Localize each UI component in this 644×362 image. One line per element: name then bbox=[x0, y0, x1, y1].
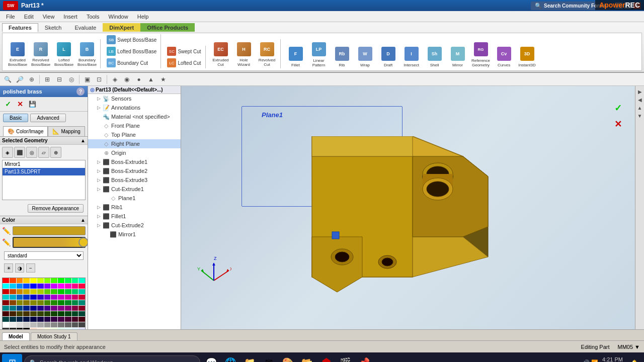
menu-view[interactable]: View bbox=[39, 13, 59, 21]
help-button[interactable]: ? bbox=[76, 87, 85, 96]
palette-cell-119[interactable] bbox=[78, 328, 85, 329]
palette-cell-103[interactable] bbox=[51, 322, 57, 327]
palette-cell-56[interactable] bbox=[58, 300, 64, 305]
color-swatch-1[interactable] bbox=[13, 226, 86, 235]
remove-appearance-btn[interactable]: Remove Appearance bbox=[28, 204, 84, 213]
palette-cell-34[interactable] bbox=[72, 289, 78, 294]
palette-cell-50[interactable] bbox=[17, 300, 23, 305]
tree-mirror1[interactable]: ⬛ Mirror1 bbox=[88, 230, 181, 239]
palette-cell-63[interactable] bbox=[23, 306, 30, 311]
palette-cell-18[interactable] bbox=[44, 284, 51, 289]
geometry-type-2[interactable]: ⬛ bbox=[14, 147, 25, 158]
geometry-type-3[interactable]: ◎ bbox=[26, 147, 37, 158]
palette-cell-74[interactable] bbox=[17, 311, 23, 316]
palette-cell-88[interactable] bbox=[30, 317, 37, 322]
tab-features[interactable]: Features bbox=[2, 23, 38, 32]
palette-cell-78[interactable] bbox=[44, 311, 51, 316]
viewport-confirm-btn[interactable]: ✓ bbox=[611, 101, 625, 115]
taskbar-app-cortana[interactable]: 💬 bbox=[202, 354, 220, 362]
palette-cell-83[interactable] bbox=[78, 311, 85, 316]
color-section-header[interactable]: Color ▲ bbox=[0, 216, 88, 224]
taskbar-app-solidworks[interactable]: ⬟ bbox=[317, 354, 335, 362]
taskbar-app-mail[interactable]: ✉ bbox=[260, 354, 278, 362]
palette-cell-28[interactable] bbox=[30, 289, 37, 294]
palette-cell-0[interactable] bbox=[3, 278, 9, 283]
reference-geometry-btn[interactable]: RG ReferenceGeometry bbox=[470, 40, 492, 68]
menu-file[interactable]: File bbox=[2, 13, 19, 21]
palette-cell-101[interactable] bbox=[37, 322, 44, 327]
geometry-item-part[interactable]: Part13.SLDPRT bbox=[3, 168, 85, 175]
shell-btn[interactable]: Sh Shell bbox=[424, 42, 446, 68]
palette-cell-19[interactable] bbox=[51, 284, 57, 289]
palette-cell-13[interactable] bbox=[10, 284, 16, 289]
palette-cell-61[interactable] bbox=[10, 306, 16, 311]
palette-cell-84[interactable] bbox=[3, 317, 9, 322]
palette-cell-111[interactable] bbox=[23, 328, 30, 329]
mapping-tab[interactable]: 📐 Mapping bbox=[48, 126, 85, 136]
selected-geometry-header[interactable]: Selected Geometry ▲ bbox=[0, 137, 88, 145]
palette-cell-12[interactable] bbox=[3, 284, 9, 289]
palette-cell-99[interactable] bbox=[23, 322, 30, 327]
tree-top-plane[interactable]: ◇ Top Plane bbox=[88, 130, 181, 139]
palette-cell-27[interactable] bbox=[23, 289, 30, 294]
palette-cell-100[interactable] bbox=[30, 322, 37, 327]
tree-boss-extrude3[interactable]: ▷ ⬛ Boss-Extrude3 bbox=[88, 175, 181, 185]
view-orientation-btn[interactable]: ▣ bbox=[82, 74, 93, 85]
palette-cell-11[interactable] bbox=[78, 278, 85, 283]
tree-fillet1[interactable]: ▷ ⬛ Fillet1 bbox=[88, 212, 181, 221]
curves-btn[interactable]: Cv Curves bbox=[493, 42, 515, 68]
revolved-boss-btn[interactable]: R RevolvedBoss/Base bbox=[30, 40, 52, 68]
palette-cell-53[interactable] bbox=[37, 300, 44, 305]
tree-rib1[interactable]: ▷ ⬛ Rib1 bbox=[88, 203, 181, 212]
palette-cell-109[interactable] bbox=[10, 328, 16, 329]
palette-cell-66[interactable] bbox=[44, 306, 51, 311]
save-appearance-btn[interactable]: 💾 bbox=[27, 99, 37, 109]
palette-cell-29[interactable] bbox=[37, 289, 44, 294]
palette-cell-91[interactable] bbox=[51, 317, 57, 322]
right-panel-btn-1[interactable]: ▶ bbox=[636, 88, 643, 95]
palette-cell-22[interactable] bbox=[72, 284, 78, 289]
eyedropper-2-icon[interactable]: ✏️ bbox=[2, 238, 11, 246]
lofted-cut-btn[interactable]: LC Lofted Cut bbox=[165, 57, 203, 68]
revolved-cut-btn[interactable]: RC RevolvedCut bbox=[256, 40, 278, 68]
tree-front-plane[interactable]: ◇ Front Plane bbox=[88, 121, 181, 130]
palette-cell-57[interactable] bbox=[65, 300, 71, 305]
palette-cell-94[interactable] bbox=[72, 317, 78, 322]
palette-cell-42[interactable] bbox=[44, 295, 51, 300]
palette-cell-62[interactable] bbox=[17, 306, 23, 311]
color-cursor[interactable] bbox=[78, 237, 88, 247]
menu-insert[interactable]: Insert bbox=[59, 13, 82, 21]
palette-cell-15[interactable] bbox=[23, 284, 30, 289]
palette-cell-20[interactable] bbox=[58, 284, 64, 289]
palette-cell-110[interactable] bbox=[17, 328, 23, 329]
palette-cell-95[interactable] bbox=[78, 317, 85, 322]
palette-cell-114[interactable] bbox=[44, 328, 51, 329]
minus-btn[interactable]: − bbox=[26, 263, 35, 273]
palette-cell-51[interactable] bbox=[23, 300, 30, 305]
palette-cell-85[interactable] bbox=[10, 317, 16, 322]
tree-right-plane[interactable]: ◇ Right Plane bbox=[88, 139, 181, 148]
palette-cell-64[interactable] bbox=[30, 306, 37, 311]
zoom-in-btn[interactable]: 🔎 bbox=[14, 74, 25, 85]
palette-cell-80[interactable] bbox=[58, 311, 64, 316]
section-view-btn[interactable]: ◎ bbox=[66, 74, 77, 85]
right-panel-btn-3[interactable]: ▲ bbox=[636, 104, 643, 111]
color-standard-select[interactable]: standard bbox=[4, 251, 84, 260]
walk-through-btn[interactable]: ★ bbox=[157, 74, 169, 85]
palette-cell-75[interactable] bbox=[23, 311, 30, 316]
palette-cell-106[interactable] bbox=[72, 322, 78, 327]
palette-cell-21[interactable] bbox=[65, 284, 71, 289]
model-tab[interactable]: Model bbox=[2, 332, 30, 340]
basic-mode-btn[interactable]: Basic bbox=[3, 114, 28, 122]
display-style-btn[interactable]: ⊞ bbox=[42, 74, 53, 85]
confirm-appearance-btn[interactable]: ✓ bbox=[3, 99, 13, 109]
lofted-boss-small-btn[interactable]: LB Lofted Boss/Base bbox=[105, 46, 158, 57]
taskbar-app-pin[interactable]: 📌 bbox=[355, 354, 373, 362]
tab-office[interactable]: Office Products bbox=[140, 23, 195, 32]
palette-cell-82[interactable] bbox=[72, 311, 78, 316]
palette-cell-36[interactable] bbox=[3, 295, 9, 300]
menu-edit[interactable]: Edit bbox=[20, 13, 38, 21]
palette-cell-86[interactable] bbox=[17, 317, 23, 322]
draft-btn[interactable]: D Draft bbox=[377, 42, 399, 68]
palette-cell-76[interactable] bbox=[30, 311, 37, 316]
